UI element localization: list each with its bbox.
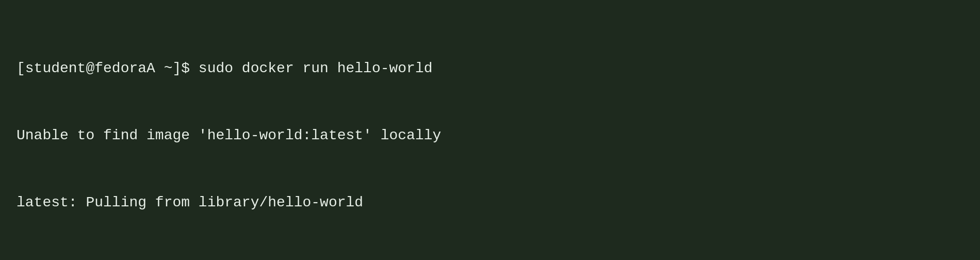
terminal-window: [student@fedoraA ~]$ sudo docker run hel… <box>0 0 980 260</box>
terminal-line-1: [student@fedoraA ~]$ sudo docker run hel… <box>17 57 963 79</box>
terminal-line-3: latest: Pulling from library/hello-world <box>17 191 963 214</box>
terminal-line-2: Unable to find image 'hello-world:latest… <box>17 124 963 147</box>
